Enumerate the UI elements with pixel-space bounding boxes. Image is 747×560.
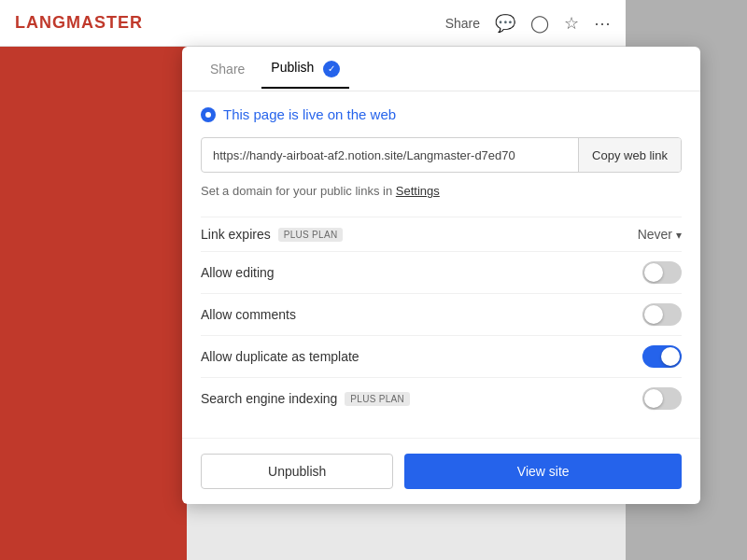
share-label: Share [445, 16, 480, 31]
allow-editing-toggle[interactable] [642, 261, 682, 284]
publish-popup: Share Publish ✓ This page is live on the… [182, 47, 700, 504]
history-icon[interactable]: ◯ [530, 13, 549, 34]
search-engine-row: Search engine indexing PLUS PLAN [201, 377, 682, 419]
allow-editing-row: Allow editing [201, 251, 682, 293]
settings-link[interactable]: Settings [396, 184, 440, 198]
app-logo: LANGMASTER [15, 13, 143, 33]
tab-share[interactable]: Share [201, 50, 254, 88]
search-engine-badge: PLUS PLAN [345, 392, 410, 406]
search-engine-toggle[interactable] [642, 387, 682, 410]
topbar-right: Share 💬 ◯ ☆ ⋯ [445, 13, 611, 34]
star-icon[interactable]: ☆ [564, 13, 579, 34]
allow-comments-toggle[interactable] [642, 303, 682, 326]
sidebar-red [0, 47, 187, 560]
allow-duplicate-label: Allow duplicate as template [201, 349, 359, 364]
link-expires-row: Link expires PLUS PLAN Never [201, 217, 682, 251]
allow-editing-label: Allow editing [201, 265, 275, 280]
tab-publish[interactable]: Publish ✓ [261, 49, 349, 88]
live-text: This page is live on the web [223, 106, 396, 122]
allow-comments-label: Allow comments [201, 307, 296, 322]
popup-footer: Unpublish View site [182, 438, 700, 504]
comment-icon[interactable]: 💬 [495, 13, 515, 34]
url-bar: https://handy-airboat-af2.notion.site/La… [201, 137, 682, 173]
popup-body: This page is live on the web https://han… [182, 91, 700, 438]
unpublish-button[interactable]: Unpublish [201, 454, 393, 489]
link-expires-label: Link expires [201, 227, 271, 242]
more-icon[interactable]: ⋯ [594, 13, 611, 34]
settings-text: Set a domain for your public links in Se… [201, 184, 682, 198]
publish-check-icon: ✓ [323, 61, 340, 77]
chevron-down-icon [676, 227, 682, 242]
live-indicator: This page is live on the web [201, 106, 682, 122]
allow-duplicate-row: Allow duplicate as template [201, 335, 682, 377]
allow-comments-row: Allow comments [201, 293, 682, 335]
search-engine-label: Search engine indexing [201, 391, 337, 406]
view-site-button[interactable]: View site [404, 454, 682, 489]
tab-bar: Share Publish ✓ [182, 47, 700, 91]
copy-web-link-button[interactable]: Copy web link [578, 138, 681, 172]
topbar: LANGMASTER Share 💬 ◯ ☆ ⋯ [0, 0, 626, 47]
live-dot-icon [201, 107, 216, 122]
link-expires-badge: PLUS PLAN [278, 228, 344, 242]
url-text: https://handy-airboat-af2.notion.site/La… [202, 148, 578, 162]
allow-duplicate-toggle[interactable] [642, 345, 682, 368]
link-expires-value[interactable]: Never [638, 227, 682, 242]
